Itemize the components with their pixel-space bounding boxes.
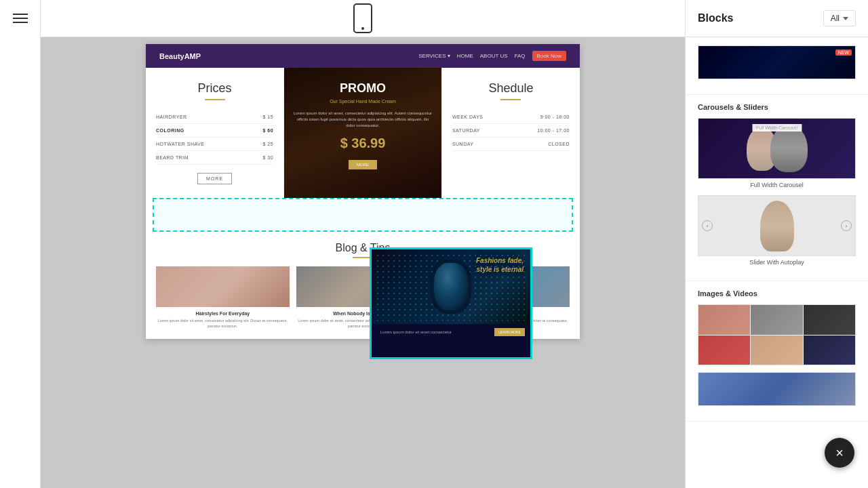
- carousel-preview-bg: Full Width Carousel: [698, 119, 855, 178]
- prices-title: Prices: [156, 81, 273, 96]
- block-section-carousels: Carousels & Sliders Full Width Carousel …: [686, 95, 868, 281]
- new-badge: NEW: [835, 49, 852, 56]
- promo-subtitle: Our Special Hand Made Cream: [292, 99, 433, 104]
- block-card-slider-autoplay[interactable]: ‹ › Slider With Autoplay: [698, 195, 856, 266]
- book-now-button[interactable]: Book Now: [532, 51, 566, 61]
- price-name-beard: BEARD TRIM: [156, 155, 189, 160]
- content-section: Prices HAIRDRYER $ 15 COLORING $ 60 HOTW…: [146, 68, 580, 198]
- block-card-image-gallery[interactable]: [698, 304, 856, 365]
- drop-zone[interactable]: [153, 198, 573, 232]
- dark-preview-bg: [698, 46, 855, 79]
- price-item-hotwater: HOTWATER SHAVE $ 25: [156, 138, 273, 151]
- price-value-beard: $ 30: [263, 155, 274, 160]
- price-name-hairdryer: HAIRDRYER: [156, 115, 187, 119]
- nav-links: SERVICES ▾ HOME ABOUT US FAQ Book Now: [418, 51, 566, 61]
- block-section-top: NEW: [686, 37, 868, 95]
- carousel-preview-container: Full Width Carousel: [698, 118, 856, 179]
- schedule-day-sunday: SUNDAY: [452, 142, 474, 146]
- images-section-title: Images & Videos: [698, 289, 856, 298]
- price-value-coloring: $ 60: [263, 128, 274, 133]
- carousels-section-title: Carousels & Sliders: [698, 103, 856, 111]
- overlay-text-area: Lorem ipsum dolor sit amet consectetur L…: [372, 324, 530, 340]
- blocks-panel-header: Blocks All: [686, 0, 868, 37]
- schedule-section: Shedule WEEK DAYS 9:00 - 18:00 SATURDAY …: [441, 68, 580, 198]
- nav-services: SERVICES ▾: [418, 53, 450, 59]
- top-bar: [41, 0, 685, 37]
- bottom-preview-container: [698, 372, 856, 406]
- nav-about: ABOUT US: [480, 53, 508, 59]
- mobile-preview-icon[interactable]: [353, 3, 372, 33]
- promo-price: $ 36.99: [292, 136, 433, 151]
- block-card-dark[interactable]: NEW: [698, 45, 856, 79]
- prices-more-button[interactable]: MORE: [197, 173, 232, 184]
- overlay-quote-text: Fashions fade,style is eternal: [476, 256, 524, 274]
- all-dropdown-label: All: [831, 14, 840, 23]
- schedule-hours-sunday: CLOSED: [548, 142, 570, 146]
- schedule-hours-saturday: 10:00 - 17:00: [537, 128, 570, 133]
- right-panel: Blocks All NEW Carousels & Sliders Full …: [685, 0, 868, 488]
- slider-next-icon: ›: [841, 220, 852, 231]
- schedule-title: Shedule: [452, 81, 570, 96]
- carousel-preview-label: Full Width Carousel: [752, 124, 802, 131]
- slider-preview-bg: ‹ ›: [698, 196, 855, 256]
- block-section-images: Images & Videos: [686, 281, 868, 422]
- chevron-down-icon: [843, 17, 848, 20]
- preview-navbar: BeautyAMP SERVICES ▾ HOME ABOUT US FAQ B…: [146, 44, 580, 68]
- blog-card-title-1: Hairstyles For Everyday: [156, 311, 290, 316]
- price-item-coloring: COLORING $ 60: [156, 124, 273, 138]
- slider-person: [760, 201, 794, 251]
- slider-preview-container: ‹ ›: [698, 195, 856, 256]
- prices-divider: [205, 99, 225, 100]
- slider-card-label: Slider With Autoplay: [698, 259, 856, 266]
- promo-section: PROMO Our Special Hand Made Cream Lorem …: [284, 68, 441, 198]
- blog-card-text-1: Lorem ipsum dolor sit amet, consectetur …: [156, 319, 290, 329]
- overlay-card[interactable]: Fashions fade,style is eternal Lorem ips…: [370, 247, 532, 359]
- images-preview-grid: [698, 305, 855, 365]
- bottom-preview-bg: [698, 373, 855, 405]
- promo-content: PROMO Our Special Hand Made Cream Lorem …: [292, 81, 433, 169]
- price-name-hotwater: HOTWATER SHAVE: [156, 142, 204, 146]
- carousel-person-2: [770, 125, 808, 172]
- schedule-item-sunday: SUNDAY CLOSED: [452, 138, 570, 151]
- schedule-divider: [500, 99, 521, 100]
- nav-home: HOME: [457, 53, 473, 59]
- blocks-panel-title: Blocks: [698, 12, 733, 24]
- overlay-small-text: Lorem ipsum dolor sit amet consectetur: [377, 330, 494, 334]
- mobile-icon-dot: [361, 27, 364, 30]
- carousel-card-label: Full Width Carousel: [698, 182, 856, 188]
- price-item-hairdryer: HAIRDRYER $ 15: [156, 110, 273, 124]
- schedule-day-weekdays: WEEK DAYS: [452, 115, 484, 119]
- schedule-item-weekdays: WEEK DAYS 9:00 - 18:00: [452, 110, 570, 124]
- img-cell-2: [751, 305, 802, 335]
- overlay-face: [431, 260, 471, 314]
- hamburger-menu[interactable]: [13, 14, 28, 23]
- block-preview-dark: NEW: [698, 45, 856, 79]
- img-cell-1: [698, 305, 750, 335]
- img-cell-3: [804, 305, 855, 335]
- schedule-day-saturday: SATURDAY: [452, 128, 480, 133]
- blog-card-1: Hairstyles For Everyday Lorem ipsum dolo…: [156, 266, 290, 329]
- brand-logo: BeautyAMP: [159, 52, 201, 60]
- overlay-learn-button[interactable]: LEARN MORE: [494, 328, 525, 336]
- promo-title: PROMO: [292, 81, 433, 96]
- schedule-item-saturday: SATURDAY 10:00 - 17:00: [452, 124, 570, 138]
- price-value-hairdryer: $ 15: [263, 115, 274, 119]
- blog-card-img-1: [156, 266, 290, 307]
- prices-section: Prices HAIRDRYER $ 15 COLORING $ 60 HOTW…: [146, 68, 284, 198]
- schedule-hours-weekdays: 9:00 - 18:00: [540, 115, 570, 119]
- img-cell-4: [698, 336, 750, 365]
- block-card-full-width-carousel[interactable]: Full Width Carousel Full Width Carousel: [698, 118, 856, 188]
- img-cell-5: [751, 336, 802, 365]
- price-value-hotwater: $ 25: [263, 142, 274, 146]
- promo-more-button[interactable]: MORE: [349, 160, 377, 169]
- img-cell-6: [804, 336, 855, 365]
- promo-text: Lorem ipsum dolor sit amet, consectetur …: [292, 110, 433, 129]
- price-name-coloring: COLORING: [156, 128, 184, 133]
- slider-prev-icon: ‹: [702, 220, 713, 231]
- images-preview-container: [698, 304, 856, 365]
- overlay-card-image: Fashions fade,style is eternal: [372, 249, 530, 324]
- block-card-bottom[interactable]: [698, 372, 856, 406]
- all-dropdown[interactable]: All: [823, 10, 856, 26]
- close-button[interactable]: ×: [825, 438, 854, 468]
- price-item-beard: BEARD TRIM $ 30: [156, 151, 273, 165]
